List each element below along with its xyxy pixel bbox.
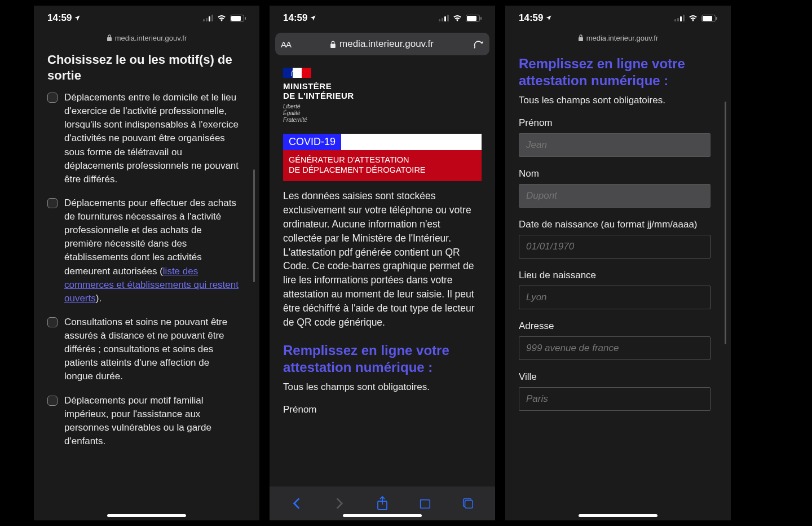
wifi-icon [452,15,462,21]
svg-rect-5 [231,16,241,21]
url-bar[interactable]: AA media.interieur.gouv.fr [275,33,489,55]
dob-input[interactable] [519,235,710,258]
phone-screen-1: 14:59 media.interieur.gouv.fr Choisissez… [34,6,259,520]
form-subtitle: Tous les champs sont obligatoires. [283,382,482,393]
ministry-logo: MINISTÈREDE L'INTÉRIEUR LibertéÉgalitéFr… [283,68,482,124]
battery-icon [701,15,717,22]
field-prenom: Prénom [283,404,482,415]
motif-text: Déplacements pour motif familial impérie… [64,394,239,449]
lock-icon [578,34,584,41]
location-icon [310,15,316,21]
signal-icon [674,15,685,21]
status-bar: 14:59 [505,6,731,30]
motif-item[interactable]: Déplacements pour motif familial impérie… [47,394,239,449]
nom-label: Nom [519,168,710,179]
lock-icon [107,34,112,41]
field-ville: Ville [519,371,710,411]
ville-input[interactable] [519,387,710,411]
prenom-label: Prénom [283,404,482,415]
svg-rect-13 [467,16,476,21]
lock-icon [330,41,336,48]
home-indicator[interactable] [579,514,657,517]
motifs-heading: Choisissez le ou les motif(s) de sortie [47,52,239,83]
svg-rect-21 [683,15,685,21]
location-icon [545,15,552,21]
signal-icon [203,15,213,21]
svg-rect-11 [447,15,449,21]
url-bar[interactable]: media.interieur.gouv.fr [34,30,259,45]
svg-rect-23 [703,16,712,21]
ville-label: Ville [519,371,710,383]
field-prenom: Prénom [519,117,710,157]
back-button[interactable] [289,496,304,511]
french-flag-icon [283,68,311,78]
svg-rect-19 [677,18,679,21]
home-indicator[interactable] [107,514,186,517]
svg-rect-1 [206,18,208,21]
intro-text: Les données saisies sont stockées exclus… [283,189,482,329]
status-time: 14:59 [519,12,543,24]
checkbox[interactable] [47,198,58,208]
svg-rect-20 [680,16,682,21]
home-indicator[interactable] [343,514,422,517]
phone-screen-3: 14:59 media.interieur.gouv.fr Remplissez… [505,6,731,520]
svg-rect-18 [674,19,676,21]
reload-icon[interactable] [473,38,484,50]
status-time: 14:59 [47,12,72,24]
bookmarks-button[interactable] [418,496,433,511]
lieu-input[interactable] [519,286,710,309]
phone-screen-2: 14:59 AA media.interieur.gouv.fr MINISTÈ… [270,6,495,520]
motifs-list: Déplacements entre le domicile et le lie… [47,91,239,448]
svg-rect-14 [480,17,482,20]
status-time: 14:59 [283,12,307,24]
status-bar: 14:59 [34,6,259,30]
page-content: Choisissez le ou les motif(s) de sortie … [34,45,259,520]
scroll-indicator[interactable] [253,169,255,282]
url-text: media.interieur.gouv.fr [339,38,434,50]
field-dob: Date de naissance (au format jj/mm/aaaa) [519,219,710,258]
battery-icon [230,15,246,22]
covid-badge: COVID-19 [283,134,341,150]
nom-input[interactable] [519,184,710,208]
url-text: media.interieur.gouv.fr [115,34,187,42]
svg-rect-7 [107,37,112,41]
location-icon [74,15,81,21]
share-button[interactable] [375,496,390,511]
checkbox[interactable] [47,396,58,406]
svg-rect-10 [444,16,446,21]
form-subtitle: Tous les champs sont obligatoires. [519,95,710,106]
dob-label: Date de naissance (au format jj/mm/aaaa) [519,219,710,230]
svg-rect-9 [442,18,443,21]
reader-aa-button[interactable]: AA [281,40,291,49]
field-nom: Nom [519,168,710,208]
motif-item[interactable]: Consultations et soins ne pouvant être a… [47,315,239,384]
svg-rect-8 [439,19,440,21]
signal-icon [439,15,449,21]
form-heading: Remplissez en ligne votre attestation nu… [283,342,482,376]
covid-banner: COVID-19 GÉNÉRATEUR D'ATTESTATIONDE DÉPL… [283,134,482,182]
motif-item[interactable]: Déplacements pour effectuer des achats d… [47,196,239,305]
checkbox[interactable] [47,317,58,327]
url-text: media.interieur.gouv.fr [586,34,659,42]
motif-text: Déplacements entre le domicile et le lie… [64,91,239,186]
svg-rect-24 [716,17,717,20]
url-bar[interactable]: media.interieur.gouv.fr [505,30,731,45]
scroll-indicator[interactable] [725,102,726,344]
page-content: MINISTÈREDE L'INTÉRIEUR LibertéÉgalitéFr… [270,55,495,486]
svg-rect-6 [245,17,246,20]
adresse-input[interactable] [519,336,710,360]
prenom-input[interactable] [519,133,710,157]
tabs-button[interactable] [461,496,475,511]
form-heading: Remplissez en ligne votre attestation nu… [519,55,710,89]
covid-subtitle: GÉNÉRATEUR D'ATTESTATIONDE DÉPLACEMENT D… [283,150,482,182]
checkbox[interactable] [47,93,58,103]
page-content: Remplissez en ligne votre attestation nu… [505,45,731,520]
prenom-label: Prénom [519,117,710,129]
wifi-icon [688,15,698,21]
motif-text: Déplacements pour effectuer des achats d… [64,196,239,305]
battery-icon [466,15,482,22]
motif-item[interactable]: Déplacements entre le domicile et le lie… [47,91,239,186]
forward-button[interactable] [332,496,347,511]
motif-text: Consultations et soins ne pouvant être a… [64,315,239,384]
status-bar: 14:59 [270,6,495,30]
